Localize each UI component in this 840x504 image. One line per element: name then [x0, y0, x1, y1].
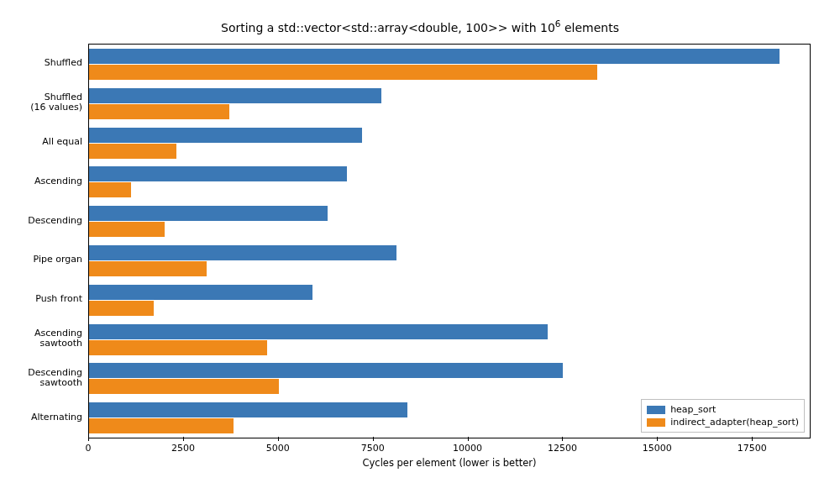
- x-tick-label: 7500: [361, 443, 385, 454]
- bar-indirect-adapter: [89, 379, 279, 394]
- figure: Sorting a std::vector<std::array<double,…: [0, 0, 840, 504]
- bar-heap-sort: [89, 285, 312, 300]
- x-tick-mark: [468, 437, 469, 441]
- x-tick-mark: [752, 437, 753, 441]
- x-tick-mark: [562, 437, 563, 441]
- bar-indirect-adapter: [89, 222, 165, 237]
- x-tick-label: 5000: [266, 443, 290, 454]
- x-tick-label: 17500: [738, 443, 767, 454]
- bar-indirect-adapter: [89, 104, 229, 119]
- x-tick-mark: [88, 437, 89, 441]
- bar-heap-sort: [89, 49, 780, 64]
- axes: heap_sort indirect_adapter(heap_sort): [88, 44, 811, 438]
- legend: heap_sort indirect_adapter(heap_sort): [641, 399, 805, 433]
- y-tick-label: Shuffled (16 values): [3, 92, 82, 113]
- bar-heap-sort: [89, 206, 328, 221]
- x-tick-mark: [373, 437, 374, 441]
- y-tick-label: Ascending: [3, 176, 82, 186]
- bar-heap-sort: [89, 402, 407, 417]
- x-tick-label: 10000: [453, 443, 482, 454]
- y-tick-label: Shuffled: [3, 58, 82, 68]
- bar-indirect-adapter: [89, 261, 207, 276]
- x-tick-label: 0: [86, 443, 92, 454]
- x-axis-label: Cycles per element (lower is better): [88, 457, 811, 469]
- bar-indirect-adapter: [89, 340, 267, 355]
- y-tick-label: Descending sawtooth: [3, 368, 82, 388]
- bar-indirect-adapter: [89, 182, 131, 197]
- legend-swatch-icon: [647, 406, 665, 414]
- x-tick-mark: [278, 437, 279, 441]
- bar-indirect-adapter: [89, 144, 176, 159]
- bar-indirect-adapter: [89, 65, 597, 80]
- legend-label: indirect_adapter(heap_sort): [670, 417, 799, 428]
- y-tick-label: Descending: [3, 216, 82, 226]
- y-tick-label: All equal: [3, 137, 82, 147]
- legend-swatch-icon: [647, 418, 665, 427]
- bar-heap-sort: [89, 363, 563, 378]
- bar-heap-sort: [89, 324, 548, 339]
- bar-indirect-adapter: [89, 301, 154, 316]
- x-tick-mark: [183, 437, 184, 441]
- legend-entry: indirect_adapter(heap_sort): [647, 416, 799, 428]
- bar-heap-sort: [89, 88, 381, 103]
- x-tick-label: 2500: [171, 443, 195, 454]
- bar-heap-sort: [89, 166, 347, 181]
- bar-heap-sort: [89, 128, 362, 143]
- chart-title: Sorting a std::vector<std::array<double,…: [0, 18, 840, 34]
- x-tick-label: 15000: [643, 443, 672, 454]
- y-tick-label: Alternating: [3, 412, 82, 423]
- y-tick-label: Ascending sawtooth: [3, 328, 82, 349]
- bar-heap-sort: [89, 245, 396, 260]
- legend-label: heap_sort: [670, 404, 716, 415]
- bar-indirect-adapter: [89, 418, 234, 433]
- legend-entry: heap_sort: [647, 403, 799, 416]
- y-tick-label: Pipe organ: [3, 255, 82, 265]
- x-tick-mark: [657, 437, 658, 441]
- x-tick-label: 12500: [548, 443, 577, 454]
- y-tick-label: Push front: [3, 294, 82, 304]
